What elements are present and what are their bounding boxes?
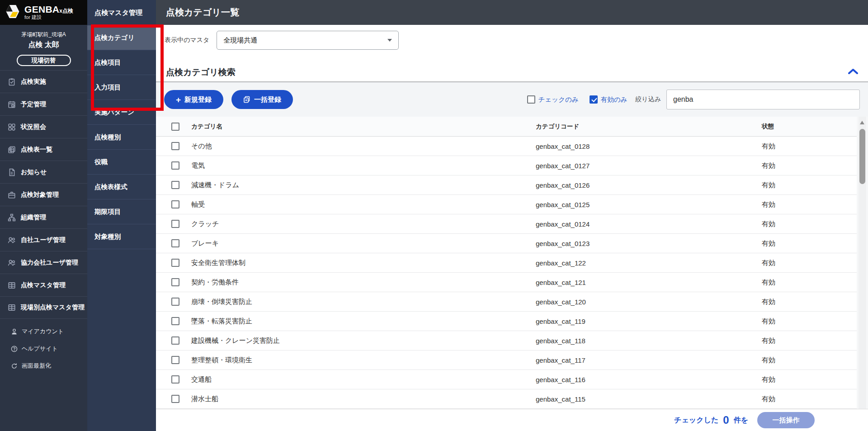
status-cell: 有効 [762, 298, 857, 306]
row-checkbox[interactable] [171, 181, 179, 189]
submenu-item-target-type[interactable]: 対象種別 [87, 224, 156, 249]
table-row: 契約・労働条件 genbax_cat_121 有効 [156, 273, 857, 292]
row-checkbox[interactable] [171, 298, 179, 306]
logo-subtitle: for 建設 [24, 14, 73, 21]
row-checkbox[interactable] [171, 278, 179, 286]
status-grid-icon [8, 123, 16, 131]
select-all-checkbox[interactable] [171, 123, 179, 131]
sidebar-item-own-user-mgmt[interactable]: 自社ユーザ管理 [0, 228, 87, 251]
row-checkbox[interactable] [171, 142, 179, 150]
submenu-item-category[interactable]: 点検カテゴリ [87, 25, 156, 50]
sidebar-item-notices[interactable]: お知らせ [0, 161, 87, 183]
sidebar-item-partner-user-mgmt[interactable]: 協力会社ユーザ管理 [0, 251, 87, 274]
submenu-item-label: 期限項目 [94, 208, 121, 216]
new-register-button[interactable]: + 新規登録 [164, 90, 223, 109]
sidebar-item-label: 協力会社ユーザ管理 [21, 259, 78, 267]
row-checkbox[interactable] [171, 336, 179, 345]
utility-item-help-site[interactable]: ヘルプサイト [0, 340, 87, 357]
sidebar-item-org-mgmt[interactable]: 組織管理 [0, 206, 87, 228]
sidebar-item-label: 自社ユーザ管理 [21, 236, 66, 244]
sidebar-item-target-mgmt[interactable]: 点検対象管理 [0, 183, 87, 206]
status-cell: 有効 [762, 200, 857, 209]
sidebar-item-status-inquiry[interactable]: 状況照会 [0, 115, 87, 138]
category-code-cell: genbax_cat_118 [536, 337, 762, 345]
category-name-cell: 崩壊・倒壊災害防止 [191, 298, 536, 306]
table-row: 安全衛生管理体制 genbax_cat_122 有効 [156, 253, 857, 273]
scroll-up-arrow-icon[interactable] [860, 121, 864, 124]
submenu-item-sheet-format[interactable]: 点検表様式 [87, 175, 156, 199]
category-name-cell: 交通船 [191, 375, 536, 384]
check-only-checkbox[interactable] [527, 95, 535, 104]
row-checkbox[interactable] [171, 317, 179, 325]
checked-count: 0 [723, 414, 729, 426]
submenu-item-input-item[interactable]: 入力項目 [87, 75, 156, 100]
submenu-item-role[interactable]: 役職 [87, 150, 156, 175]
sidebar-item-label: 組織管理 [21, 213, 46, 222]
users-icon [8, 259, 16, 267]
sidebar-item-master-mgmt[interactable]: 点検マスタ管理 [0, 274, 87, 296]
row-checkbox[interactable] [171, 259, 179, 267]
category-name-cell: クラッチ [191, 220, 536, 228]
site-switch-button[interactable]: 現場切替 [17, 55, 71, 66]
active-only-checkbox[interactable] [590, 95, 598, 104]
app-window: GENBAx点検 for 建設 茅場町駅前_現場A 点検 太郎 現場切替 点検実… [0, 0, 868, 431]
users-icon [8, 236, 16, 244]
row-checkbox[interactable] [171, 356, 179, 364]
logo-title: GENBA [24, 4, 59, 14]
table-row: 電気 genbax_cat_0127 有効 [156, 156, 857, 175]
sidebar-item-inspection-run[interactable]: 点検実施 [0, 70, 87, 93]
row-checkbox[interactable] [171, 395, 179, 403]
category-code-cell: genbax_cat_0125 [536, 201, 762, 208]
bulk-action-button[interactable]: 一括操作 [757, 412, 815, 428]
sidebar-item-sheet-list[interactable]: 点検表一覧 [0, 138, 87, 161]
calendar-icon [8, 100, 16, 109]
app-logo: GENBAx点検 for 建設 [0, 0, 87, 25]
row-checkbox[interactable] [171, 200, 179, 208]
scrollbar-thumb[interactable] [859, 129, 865, 184]
master-select[interactable]: 全現場共通 [217, 31, 399, 50]
master-selector-row: 表示中のマスタ 全現場共通 [165, 31, 399, 50]
user-block: 茅場町駅前_現場A 点検 太郎 現場切替 [0, 25, 87, 66]
utility-item-refresh-screen[interactable]: 画面最新化 [0, 357, 87, 374]
filter-keyword-label: 絞り込み [635, 95, 661, 104]
status-cell: 有効 [762, 375, 857, 384]
utility-item-label: マイアカウント [22, 327, 64, 336]
submenu-item-pattern[interactable]: 実施パターン [87, 100, 156, 125]
category-name-cell: 墜落・転落災害防止 [191, 317, 536, 326]
row-checkbox[interactable] [171, 239, 179, 247]
submenu-item-type[interactable]: 点検種別 [87, 125, 156, 150]
search-section-title: 点検カテゴリ検索 [166, 66, 236, 78]
submenu-item-label: 点検カテゴリ [94, 33, 134, 42]
bulk-action-bar: チェックした 0 件を 一括操作 [156, 409, 868, 431]
category-code-cell: genbax_cat_0124 [536, 220, 762, 228]
filter-keyword-input[interactable] [666, 90, 860, 109]
submenu-item-label: 点検項目 [94, 58, 121, 67]
submenu-item-item[interactable]: 点検項目 [87, 50, 156, 75]
category-code-cell: genbax_cat_121 [536, 279, 762, 286]
category-name-cell: 電気 [191, 161, 536, 170]
bulk-register-button[interactable]: 一括登録 [231, 90, 293, 109]
row-checkbox[interactable] [171, 220, 179, 228]
utility-item-my-account[interactable]: マイアカウント [0, 323, 87, 340]
row-checkbox[interactable] [171, 375, 179, 384]
table-row: 潜水士船 genbax_cat_115 有効 [156, 389, 857, 409]
sidebar-item-schedule-mgmt[interactable]: 予定管理 [0, 93, 87, 115]
primary-sidebar: GENBAx点検 for 建設 茅場町駅前_現場A 点検 太郎 現場切替 点検実… [0, 0, 87, 431]
sidebar-item-site-master-mgmt[interactable]: 現場別点検マスタ管理 [0, 296, 87, 319]
chevron-up-icon[interactable] [848, 68, 858, 75]
table-row: 交通船 genbax_cat_116 有効 [156, 370, 857, 389]
category-table-body: その他 genbax_cat_0128 有効 電気 genbax_cat_012… [156, 137, 857, 409]
logo-title-x: x点検 [59, 8, 73, 14]
row-checkbox[interactable] [171, 161, 179, 170]
active-only-label: 有効のみ [601, 95, 627, 104]
sidebar-item-label: 状況照会 [21, 123, 46, 131]
sidebar-item-label: 点検実施 [21, 78, 46, 86]
submenu-nav: 点検カテゴリ 点検項目 入力項目 実施パターン 点検種別 役職 点検表様式 期限… [87, 25, 156, 249]
status-cell: 有効 [762, 336, 857, 345]
submenu-item-deadline-item[interactable]: 期限項目 [87, 199, 156, 224]
status-cell: 有効 [762, 356, 857, 365]
scrollbar-track[interactable] [859, 117, 866, 409]
new-register-label: 新規登録 [184, 95, 212, 104]
category-code-cell: genbax_cat_0127 [536, 162, 762, 170]
status-cell: 有効 [762, 220, 857, 228]
